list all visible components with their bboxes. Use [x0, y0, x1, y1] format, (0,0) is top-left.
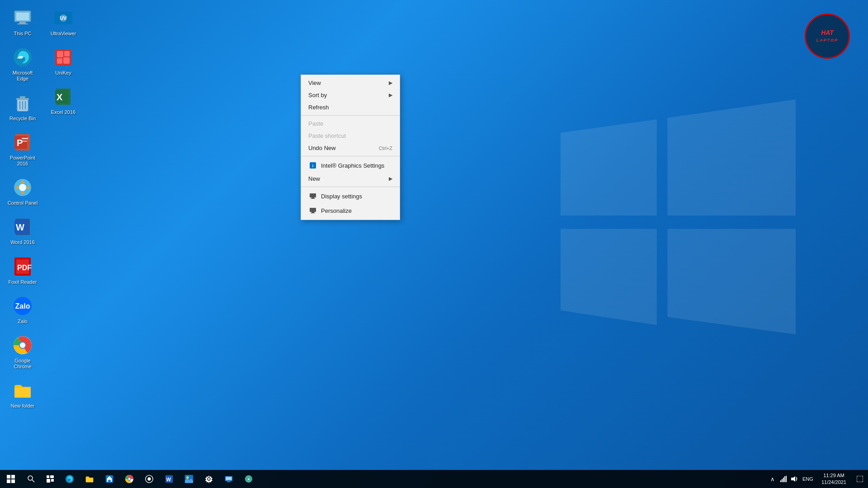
powerpoint-label: PowerPoint 2016 [7, 155, 38, 167]
desktop-icon-unikey[interactable]: UniKey [45, 44, 81, 79]
svg-rect-88 [784, 476, 785, 482]
start-button[interactable] [0, 470, 22, 488]
svg-rect-53 [11, 475, 15, 479]
context-menu-refresh[interactable]: Refresh [301, 101, 400, 113]
svg-text:★: ★ [247, 477, 250, 481]
svg-rect-78 [226, 477, 232, 480]
svg-text:W: W [16, 222, 24, 232]
svg-rect-81 [228, 480, 229, 480]
svg-rect-52 [7, 475, 10, 479]
svg-rect-7 [20, 96, 25, 98]
desktop-icon-excel[interactable]: X Excel 2016 [45, 83, 81, 118]
context-menu-view[interactable]: View ▶ [301, 77, 400, 89]
taskbar-word[interactable]: W [159, 470, 179, 488]
view-arrow: ▶ [389, 80, 392, 86]
ultraviewer-label: UltraViewer [51, 31, 76, 37]
new-folder-icon [12, 380, 33, 401]
tray-chevron[interactable]: ∧ [767, 470, 778, 488]
taskbar-search-button[interactable] [22, 470, 41, 488]
svg-text:P: P [17, 138, 23, 148]
svg-text:PDF: PDF [17, 264, 32, 272]
context-menu-intel-graphics[interactable]: i Intel® Graphics Settings [301, 158, 400, 173]
desktop-icon-microsoft-edge[interactable]: Microsoft Edge [5, 44, 41, 84]
intel-graphics-label: Intel® Graphics Settings [321, 162, 384, 169]
svg-rect-55 [11, 479, 15, 483]
svg-rect-3 [17, 23, 28, 24]
undo-new-shortcut: Ctrl+Z [379, 145, 392, 151]
svg-rect-37 [57, 51, 63, 57]
desktop-icon-powerpoint[interactable]: P PowerPoint 2016 [5, 129, 41, 169]
desktop-icons: This PC Microsoft Edge [5, 5, 77, 438]
context-menu-display-settings[interactable]: Display settings [301, 189, 400, 203]
tray-language[interactable]: ENG [800, 470, 816, 488]
microsoft-edge-label: Microsoft Edge [7, 70, 38, 82]
context-menu-sort-by[interactable]: Sort by ▶ [301, 89, 400, 101]
recycle-bin-icon [12, 92, 33, 114]
context-menu-new[interactable]: New ▶ [301, 173, 400, 185]
taskbar: W [0, 470, 868, 488]
svg-rect-2 [19, 22, 26, 23]
unikey-icon [52, 47, 74, 68]
context-menu-undo-new[interactable]: Undo New Ctrl+Z [301, 142, 400, 154]
taskbar-chrome[interactable] [119, 470, 139, 488]
svg-line-57 [32, 480, 34, 482]
tray-volume[interactable] [789, 470, 800, 488]
svg-text:W: W [166, 477, 171, 482]
taskbar-app-misc[interactable]: ★ [239, 470, 259, 488]
tray-network[interactable] [778, 470, 789, 488]
taskbar-edge[interactable] [60, 470, 80, 488]
svg-rect-51 [311, 213, 315, 213]
svg-rect-54 [7, 479, 10, 483]
desktop-icon-recycle-bin[interactable]: Recycle Bin [5, 89, 41, 124]
desktop-icon-zalo[interactable]: Zalo Zalo [5, 292, 41, 327]
google-chrome-icon [12, 334, 33, 356]
svg-rect-80 [226, 482, 231, 482]
taskbar-file-explorer[interactable] [80, 470, 99, 488]
svg-rect-6 [16, 98, 29, 100]
zalo-label: Zalo [18, 319, 27, 324]
context-menu: View ▶ Sort by ▶ Refresh Paste Paste sho… [301, 75, 400, 220]
desktop-icon-new-folder[interactable]: New folder [5, 377, 41, 412]
svg-text:X: X [57, 92, 63, 102]
taskbar-store[interactable] [99, 470, 119, 488]
svg-rect-39 [57, 58, 62, 64]
svg-point-56 [28, 476, 33, 480]
context-menu-separator-2 [301, 156, 400, 156]
desktop-icon-this-pc[interactable]: This PC [5, 5, 41, 39]
taskbar-photos[interactable] [179, 470, 199, 488]
svg-point-67 [128, 478, 131, 480]
clock-time: 11:29 AM [823, 472, 844, 479]
context-menu-separator-3 [301, 187, 400, 187]
svg-rect-48 [311, 198, 315, 199]
language-label: ENG [802, 476, 813, 482]
personalize-icon [308, 206, 317, 215]
taskbar-cortana[interactable] [139, 470, 159, 488]
svg-rect-14 [22, 138, 28, 139]
taskbar-settings[interactable] [199, 470, 219, 488]
desktop-icon-google-chrome[interactable]: Google Chrome [5, 332, 41, 372]
desktop-icon-word[interactable]: W Word 2016 [5, 213, 41, 248]
foxit-icon: PDF [12, 256, 33, 277]
taskbar-clock[interactable]: 11:29 AM 11/24/2021 [816, 470, 852, 488]
desktop-icon-foxit[interactable]: PDF Foxit Reader [5, 253, 41, 288]
svg-rect-61 [51, 479, 54, 482]
foxit-label: Foxit Reader [9, 279, 37, 285]
svg-rect-89 [786, 476, 787, 482]
svg-text:i: i [312, 164, 314, 168]
google-chrome-label: Google Chrome [7, 358, 38, 370]
context-menu-paste-shortcut: Paste shortcut [301, 130, 400, 142]
hat-logo-text: HAT [821, 29, 834, 36]
desktop-icon-ultraviewer[interactable]: UV UltraViewer [45, 5, 81, 39]
svg-point-20 [16, 186, 19, 189]
taskbar-task-view[interactable] [41, 470, 60, 488]
context-menu-personalize[interactable]: Personalize [301, 203, 400, 218]
svg-rect-82 [229, 480, 230, 480]
desktop-icon-control-panel[interactable]: Control Panel [5, 174, 41, 209]
svg-point-76 [208, 478, 210, 480]
taskbar-notification[interactable] [852, 470, 868, 488]
svg-point-18 [21, 181, 24, 183]
context-menu-separator-1 [301, 115, 400, 116]
chevron-up-icon: ∧ [770, 476, 775, 483]
svg-point-17 [19, 184, 26, 191]
taskbar-remote[interactable] [219, 470, 239, 488]
